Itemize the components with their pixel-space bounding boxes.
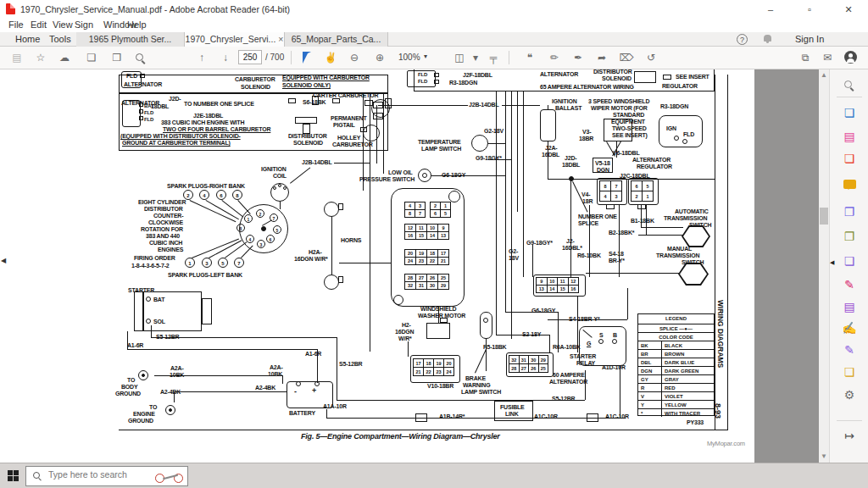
search-box[interactable]	[25, 466, 188, 486]
document-view: ▲ ▼ ◀ ❏▤❏❐❐❏✎▤✍✎❏⚙↦	[0, 69, 868, 463]
undo-icon[interactable]: ↺	[643, 50, 659, 65]
comment-icon[interactable]: ❝	[521, 50, 538, 65]
taskbar: ☀ 78°F Sunny ∧ ☁ ◁)) 4:48 PM 6/3/2023 8	[0, 463, 868, 488]
fit-width-icon[interactable]: ◫	[451, 50, 468, 65]
search-icon	[33, 472, 40, 479]
bell-icon[interactable]	[764, 35, 771, 42]
page-number-input[interactable]	[238, 50, 262, 64]
menu-item-edit[interactable]: Edit	[27, 19, 50, 30]
maximize-button[interactable]: ▫	[793, 0, 826, 19]
start-button[interactable]	[8, 470, 19, 481]
star-icon[interactable]: ☆	[32, 50, 49, 65]
highlight-icon[interactable]: ✏	[546, 50, 563, 65]
prepare-form-icon[interactable]: ▤	[842, 299, 857, 314]
stamp-icon[interactable]: ❏	[842, 364, 857, 380]
document-tab[interactable]: 1970_Chrysler_Servi... ×	[185, 32, 285, 47]
divider	[837, 420, 862, 421]
scrollbar-thumb[interactable]	[820, 208, 828, 225]
share-link-icon[interactable]: ⧉	[797, 50, 814, 65]
document-tab[interactable]: 1965 Plymouth Ser...	[76, 32, 185, 47]
help-icon[interactable]: ?	[737, 34, 748, 45]
zoom-level[interactable]: 100%	[398, 53, 420, 62]
tab-strip: 1965 Plymouth Ser...1970_Chrysler_Servi.…	[76, 32, 388, 47]
tab-tools[interactable]: Tools	[49, 32, 71, 47]
caret-icon[interactable]: ▾	[467, 50, 484, 65]
search-icon[interactable]	[136, 53, 143, 61]
page-background	[754, 69, 819, 463]
collapse-pane-icon[interactable]: ◀	[830, 259, 834, 266]
email-icon[interactable]: ✉	[819, 50, 836, 65]
menu-bar: FileEditViewSignWindowHelp	[0, 19, 868, 32]
search-tools-icon[interactable]	[844, 80, 852, 88]
export-page-icon[interactable]: ❏	[83, 50, 100, 65]
page-down-icon[interactable]: ↓	[217, 50, 234, 65]
tab-label: 65_Mopar_Parts_Ca...	[292, 34, 381, 44]
menu-item-sign[interactable]: Sign	[71, 19, 97, 30]
close-button[interactable]: ✕	[832, 0, 865, 19]
separator	[291, 51, 292, 64]
send-icon[interactable]: ➦	[593, 50, 610, 65]
collapse-left-icon[interactable]: ◀	[1, 257, 6, 264]
organize-pages-icon[interactable]: ❐	[842, 229, 857, 244]
sign-in-button[interactable]: Sign In	[795, 32, 824, 47]
toolbar: / 700 100% ▾ ▤☆☁❏❒↑↓✌⊖⊕◫▾╤❝✏✒➦⌦↺⧉✉	[0, 47, 868, 69]
divider	[837, 97, 862, 97]
compress-pdf-icon[interactable]: ❏	[842, 253, 857, 269]
tools-sidebar: ◀ ❏▤❏❐❐❏✎▤✍✎❏⚙↦	[829, 69, 868, 463]
edit-pdf-icon[interactable]: ▤	[842, 129, 857, 144]
hand-tool-icon[interactable]: ✌	[322, 50, 339, 65]
sign-icon[interactable]: ✒	[570, 50, 587, 65]
search-input[interactable]	[48, 469, 159, 480]
scroll-up-icon[interactable]: ▲	[819, 71, 829, 79]
zoom-out-icon[interactable]: ⊖	[346, 50, 363, 65]
window-title: 1970_Chrysler_Service_Manual.pdf - Adobe…	[20, 4, 290, 14]
tab-label: 1965 Plymouth Ser...	[89, 34, 171, 44]
scroll-down-icon[interactable]: ▼	[819, 452, 829, 460]
measure-icon[interactable]: ✎	[842, 342, 857, 358]
save-icon[interactable]: ▤	[8, 50, 25, 65]
zoom-in-icon[interactable]: ⊕	[371, 50, 388, 65]
title-bar: 1970_Chrysler_Service_Manual.pdf - Adobe…	[0, 0, 868, 19]
vertical-scrollbar[interactable]: ▲ ▼	[819, 69, 829, 463]
zoom-caret-icon[interactable]: ▾	[424, 53, 427, 60]
tab-home[interactable]: Home	[15, 32, 40, 47]
combine-files-icon[interactable]: ❐	[842, 204, 857, 219]
request-signatures-icon[interactable]: ✍	[842, 320, 857, 336]
open-tools-pane-icon[interactable]: ↦	[842, 428, 857, 443]
ruler-icon[interactable]: ╤	[485, 50, 502, 65]
minimize-button[interactable]: –	[754, 0, 787, 19]
page-total: / 700	[265, 53, 284, 62]
tab-close-icon[interactable]: ×	[275, 34, 283, 44]
fill-sign-icon[interactable]: ✎	[842, 277, 857, 292]
more-tools-icon[interactable]: ⚙	[842, 387, 857, 402]
document-tab[interactable]: 65_Mopar_Parts_Ca...	[285, 32, 388, 47]
menu-item-help[interactable]: Help	[124, 19, 150, 30]
export-pdf-icon[interactable]: ❏	[842, 105, 857, 120]
tab-label: 1970_Chrysler_Servi...	[186, 34, 276, 44]
menu-item-file[interactable]: File	[5, 19, 27, 30]
pdf-file-icon	[6, 3, 15, 14]
select-tool-icon[interactable]	[303, 52, 311, 64]
cloud-upload-icon[interactable]: ☁	[56, 50, 73, 65]
print-icon[interactable]: ❒	[108, 50, 125, 65]
tab-bar: 1965 Plymouth Ser...1970_Chrysler_Servi.…	[0, 32, 868, 47]
bicycle-doodle	[155, 471, 186, 485]
profile-icon[interactable]	[844, 51, 857, 64]
page-up-icon[interactable]: ↑	[193, 50, 210, 65]
comment-icon[interactable]	[843, 180, 856, 189]
create-pdf-icon[interactable]: ❏	[842, 151, 857, 166]
separator	[509, 51, 509, 64]
trash-icon[interactable]: ⌦	[618, 50, 635, 65]
